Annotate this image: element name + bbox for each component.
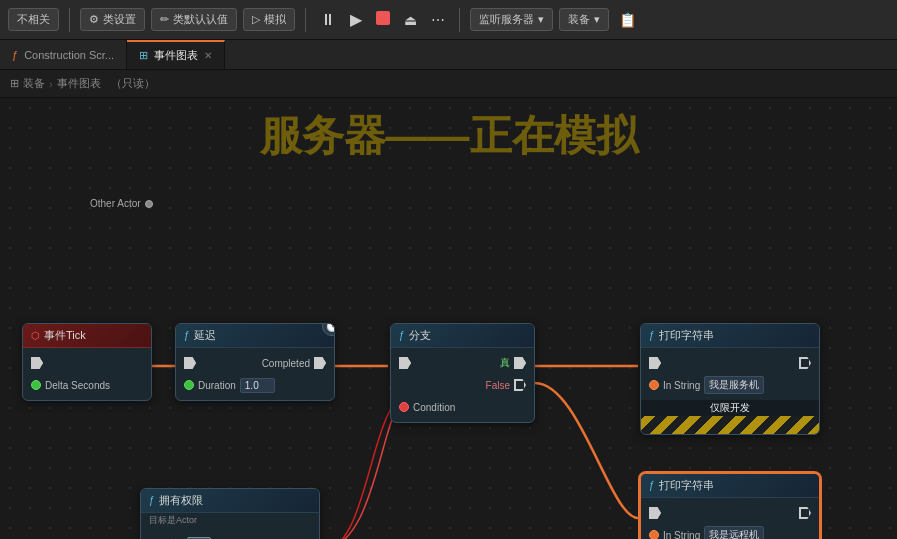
- branch-true-pin: [514, 357, 526, 369]
- simulate-btn[interactable]: ▷ 模拟: [243, 8, 295, 31]
- node-branch-body: 真 False Condition: [391, 348, 534, 422]
- defaults-icon: ✏: [160, 13, 169, 26]
- more-btn[interactable]: ⋯: [427, 10, 449, 30]
- print2-exec-out: [799, 507, 811, 519]
- chevron-down-icon: ▾: [538, 13, 544, 26]
- delta-seconds-pin-row: Delta Seconds: [31, 376, 143, 394]
- tab-event-graph[interactable]: ⊞ 事件图表 ✕: [127, 40, 225, 69]
- branch-false-pin: [514, 379, 526, 391]
- authority-subtitle: 目标是Actor: [141, 513, 319, 529]
- branch-exec-in: [399, 357, 411, 369]
- breadcrumb-current: 事件图表: [57, 76, 101, 91]
- node-print2-body: In String 我是远程机: [641, 498, 819, 539]
- print1-string-value: 我是服务机: [704, 376, 764, 394]
- exec-out-pin: [31, 357, 43, 369]
- node-authority-body: 目标 self Return Value: [141, 529, 319, 539]
- node-authority[interactable]: ƒ 拥有权限 目标是Actor 目标 self Return Value: [140, 488, 320, 539]
- delay-exec-pins: Completed: [184, 354, 326, 372]
- node-delay-header: ƒ 延迟: [176, 324, 334, 348]
- stop-icon: [376, 11, 390, 25]
- print1-hazard-stripe: [641, 416, 819, 434]
- func-icon: ƒ: [12, 49, 18, 61]
- node-authority-header: ƒ 拥有权限: [141, 489, 319, 513]
- blueprint-canvas[interactable]: 服务器——正在模拟 Other Actor ⬡ 事件Tick: [0, 98, 897, 539]
- branch-exec-pins: 真: [399, 354, 526, 372]
- tab-close-btn[interactable]: ✕: [204, 50, 212, 61]
- print1-hazard-label: 仅限开发: [641, 400, 819, 416]
- delay-func-icon: ƒ: [184, 330, 190, 341]
- class-settings-btn[interactable]: ⚙ 类设置: [80, 8, 145, 31]
- monitor-server-btn[interactable]: 监听服务器 ▾: [470, 8, 553, 31]
- print1-exec-pins: [649, 354, 811, 372]
- stop-btn[interactable]: [372, 9, 394, 30]
- print1-instring-row: In String 我是服务机: [649, 376, 811, 394]
- print2-exec-in: [649, 507, 661, 519]
- authority-func-icon: ƒ: [149, 495, 155, 506]
- branch-func-icon: ƒ: [399, 330, 405, 341]
- duration-pin-row: Duration: [184, 376, 326, 394]
- print2-func-icon: ƒ: [649, 480, 655, 491]
- gear-icon: ⚙: [89, 13, 99, 26]
- delay-completed-pin: [314, 357, 326, 369]
- blueprint-icon-btn[interactable]: 📋: [615, 10, 640, 30]
- node-event-tick-body: Delta Seconds: [23, 348, 151, 400]
- node-print2-header: ƒ 打印字符串: [641, 474, 819, 498]
- server-banner: 服务器——正在模拟: [0, 108, 897, 164]
- breadcrumb: ⊞ 装备 › 事件图表 （只读）: [0, 70, 897, 98]
- branch-false-row: False: [399, 376, 526, 394]
- print2-instring-row: In String 我是远程机: [649, 526, 811, 539]
- delay-exec-in: [184, 357, 196, 369]
- node-branch-header: ƒ 分支: [391, 324, 534, 348]
- chevron-down-icon2: ▾: [594, 13, 600, 26]
- print1-instring-pin: [649, 380, 659, 390]
- node-event-tick-header: ⬡ 事件Tick: [23, 324, 151, 348]
- pause-btn[interactable]: ⏸: [316, 9, 340, 31]
- event-tick-icon: ⬡: [31, 330, 40, 341]
- simulate-icon: ▷: [252, 13, 260, 26]
- node-print1[interactable]: ƒ 打印字符串 In String 我是服务机 仅限开发: [640, 323, 820, 435]
- node-print1-header: ƒ 打印字符串: [641, 324, 819, 348]
- play-btn[interactable]: ▶: [346, 8, 366, 31]
- eject-btn[interactable]: ⏏: [400, 10, 421, 30]
- node-delay[interactable]: ƒ 延迟 🕐 Completed Duration: [175, 323, 335, 401]
- breadcrumb-readonly: （只读）: [111, 76, 155, 91]
- equipment-btn[interactable]: 装备 ▾: [559, 8, 609, 31]
- exec-out-pin-row: [31, 354, 143, 372]
- condition-pin-row: Condition: [399, 398, 526, 416]
- tab-construction[interactable]: ƒ Construction Scr...: [0, 40, 127, 69]
- condition-pin: [399, 402, 409, 412]
- delta-seconds-pin: [31, 380, 41, 390]
- duration-pin: [184, 380, 194, 390]
- print1-exec-in: [649, 357, 661, 369]
- defaults-btn[interactable]: ✏ 类默认认值: [151, 8, 237, 31]
- breadcrumb-sep: ›: [49, 78, 53, 90]
- sep1: [69, 8, 70, 32]
- sep2: [305, 8, 306, 32]
- node-branch[interactable]: ƒ 分支 真 False Condition: [390, 323, 535, 423]
- not-related-btn[interactable]: 不相关: [8, 8, 59, 31]
- breadcrumb-root[interactable]: 装备: [23, 76, 45, 91]
- print2-exec-pins: [649, 504, 811, 522]
- duration-input[interactable]: [240, 378, 275, 393]
- grid-small-icon: ⊞: [10, 77, 19, 90]
- print2-string-value: 我是远程机: [704, 526, 764, 539]
- node-print1-body: In String 我是服务机: [641, 348, 819, 400]
- other-actor-label: Other Actor: [90, 198, 153, 209]
- print1-exec-out: [799, 357, 811, 369]
- other-actor-pin: [145, 200, 153, 208]
- print1-func-icon: ƒ: [649, 330, 655, 341]
- tabbar: ƒ Construction Scr... ⊞ 事件图表 ✕: [0, 40, 897, 70]
- authority-target-row: 目标 self: [149, 535, 311, 539]
- sep3: [459, 8, 460, 32]
- node-print2[interactable]: ƒ 打印字符串 In String 我是远程机 仅限开发 ↖: [640, 473, 820, 539]
- toolbar: 不相关 ⚙ 类设置 ✏ 类默认认值 ▷ 模拟 ⏸ ▶ ⏏ ⋯ 监听服务器 ▾ 装…: [0, 0, 897, 40]
- grid-icon: ⊞: [139, 49, 148, 62]
- node-delay-body: Completed Duration: [176, 348, 334, 400]
- node-event-tick[interactable]: ⬡ 事件Tick Delta Seconds: [22, 323, 152, 401]
- print2-instring-pin: [649, 530, 659, 539]
